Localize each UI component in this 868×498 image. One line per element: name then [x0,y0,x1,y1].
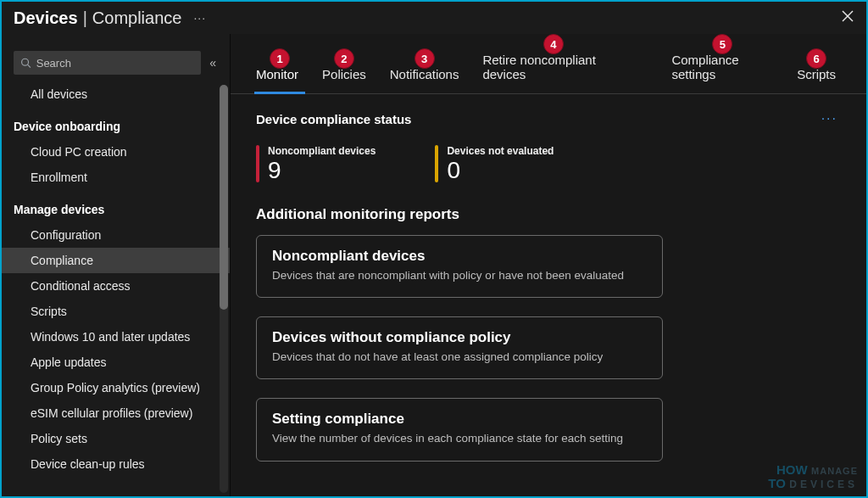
nav-item[interactable]: Configuration [2,222,230,248]
tab-label: Compliance settings [671,53,738,81]
annotation-badge: 6 [806,48,826,69]
title-sub: Compliance [92,8,182,28]
nav-section-header: Device onboarding [2,114,230,139]
report-card[interactable]: Setting complianceView the number of dev… [256,398,663,461]
report-card-title: Setting compliance [272,411,647,428]
annotation-badge: 4 [543,34,564,54]
report-card-title: Devices without compliance policy [272,329,647,346]
tab-label: Notifications [390,67,459,81]
main-content: 1Monitor2Policies3Notifications4Retire n… [231,34,866,496]
collapse-sidebar-button[interactable]: « [201,56,221,70]
search-input[interactable] [36,57,194,70]
sidebar-scrollbar[interactable] [220,85,228,493]
tab[interactable]: 3Notifications [378,67,471,93]
sidebar: « All devicesDevice onboardingCloud PC c… [2,34,231,496]
svg-line-3 [28,64,31,67]
report-card-desc: Devices that do not have at least one as… [272,350,647,365]
nav-item[interactable]: Compliance [2,248,230,273]
tab-label: Policies [322,67,366,81]
report-card[interactable]: Noncompliant devicesDevices that are non… [256,235,663,298]
title-main: Devices [14,8,78,28]
nav-item[interactable]: All devices [2,81,230,107]
stat-bar-yellow [435,145,438,182]
watermark: HOW MANAGE TO DEVICES [768,463,858,490]
stat-noncompliant[interactable]: Noncompliant devices 9 [256,145,376,182]
nav-item[interactable]: eSIM cellular profiles (preview) [2,400,230,426]
status-section-title: Device compliance status [256,112,411,126]
nav-item[interactable]: Cloud PC creation [2,139,230,165]
nav-item[interactable]: Windows 10 and later updates [2,324,230,350]
nav-item[interactable]: Apple updates [2,350,230,375]
report-card-title: Noncompliant devices [272,248,647,265]
tab-label: Scripts [797,67,836,81]
tab[interactable]: 4Retire noncompliant devices [470,53,636,93]
nav-item[interactable]: Policy sets [2,426,230,451]
stat-notevaluated[interactable]: Devices not evaluated 0 [435,145,554,182]
tab[interactable]: 1Monitor [249,67,310,93]
tab-label: Monitor [256,67,298,81]
nav-item[interactable]: Conditional access [2,273,230,299]
nav-item[interactable]: Enrollment [2,165,230,190]
search-box[interactable] [14,51,201,75]
annotation-badge: 3 [415,48,435,69]
report-card[interactable]: Devices without compliance policyDevices… [256,316,663,379]
search-icon [20,57,31,69]
sidebar-nav: All devicesDevice onboardingCloud PC cre… [2,81,230,496]
stat-bar-red [256,145,259,182]
annotation-badge: 1 [270,48,290,69]
svg-point-2 [22,59,29,65]
tab-bar: 1Monitor2Policies3Notifications4Retire n… [231,34,866,94]
nav-section-header: Manage devices [2,197,230,222]
report-card-desc: Devices that are noncompliant with polic… [272,268,647,283]
stat-noncompliant-value: 9 [268,159,376,182]
report-card-desc: View the number of devices in each compl… [272,431,647,446]
tab[interactable]: 5Compliance settings [659,53,785,93]
title-separator: | [78,8,92,28]
tab[interactable]: 2Policies [310,67,378,93]
close-button[interactable] [841,9,854,26]
close-icon [841,9,854,23]
annotation-badge: 2 [334,48,354,69]
nav-item[interactable]: Device clean-up rules [2,451,230,477]
blade-header: Devices | Compliance ··· [2,2,866,34]
stat-notevaluated-value: 0 [447,159,554,182]
nav-item[interactable]: Scripts [2,299,230,324]
tab-label: Retire noncompliant devices [482,53,595,81]
tab[interactable]: 6Scripts [785,67,848,93]
nav-item[interactable]: Group Policy analytics (preview) [2,375,230,400]
stat-noncompliant-label: Noncompliant devices [268,145,376,157]
stat-notevaluated-label: Devices not evaluated [447,145,554,157]
status-more-button[interactable]: ··· [821,111,841,126]
annotation-badge: 5 [712,34,732,54]
header-more-button[interactable]: ··· [181,11,206,25]
reports-title: Additional monitoring reports [256,206,841,223]
